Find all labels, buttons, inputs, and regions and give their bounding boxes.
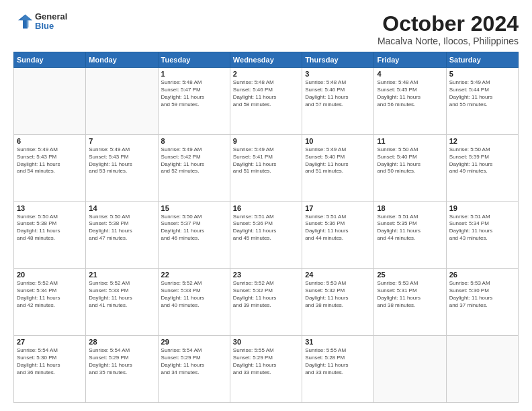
header-sunday: Sunday: [14, 52, 86, 68]
day-number: 30: [233, 338, 299, 346]
day-number: 8: [161, 137, 227, 145]
day-number: 29: [161, 338, 227, 346]
day-info: Sunrise: 5:54 AM Sunset: 5:29 PM Dayligh…: [161, 347, 227, 376]
day-number: 24: [305, 271, 371, 279]
day-number: 16: [233, 204, 299, 212]
day-number: 17: [305, 204, 371, 212]
calendar-cell: 7Sunrise: 5:49 AM Sunset: 5:43 PM Daylig…: [86, 134, 158, 201]
logo-text: General Blue: [35, 12, 67, 32]
header: General Blue October 2024 Macalva Norte,…: [13, 12, 519, 46]
calendar-cell: 30Sunrise: 5:55 AM Sunset: 5:29 PM Dayli…: [230, 336, 302, 403]
logo-blue-label: Blue: [35, 21, 67, 31]
day-info: Sunrise: 5:52 AM Sunset: 5:34 PM Dayligh…: [17, 280, 83, 309]
title-location: Macalva Norte, Ilocos, Philippines: [378, 36, 519, 46]
header-tuesday: Tuesday: [158, 52, 230, 68]
day-info: Sunrise: 5:48 AM Sunset: 5:46 PM Dayligh…: [233, 79, 299, 108]
svg-marker-1: [21, 15, 33, 28]
logo-general-label: General: [35, 12, 67, 21]
day-number: 26: [449, 271, 515, 279]
day-info: Sunrise: 5:55 AM Sunset: 5:29 PM Dayligh…: [233, 347, 299, 376]
calendar-cell: 9Sunrise: 5:49 AM Sunset: 5:41 PM Daylig…: [230, 134, 302, 201]
day-number: 5: [449, 70, 515, 78]
day-info: Sunrise: 5:50 AM Sunset: 5:38 PM Dayligh…: [17, 214, 83, 242]
calendar-cell: 23Sunrise: 5:52 AM Sunset: 5:32 PM Dayli…: [230, 269, 302, 336]
calendar-cell: 21Sunrise: 5:52 AM Sunset: 5:33 PM Dayli…: [86, 269, 158, 336]
calendar-cell: 12Sunrise: 5:50 AM Sunset: 5:39 PM Dayli…: [446, 134, 518, 201]
day-number: 20: [17, 271, 83, 279]
calendar-cell: 22Sunrise: 5:52 AM Sunset: 5:33 PM Dayli…: [158, 269, 230, 336]
day-number: 28: [89, 338, 154, 346]
day-number: 23: [233, 271, 299, 279]
calendar-cell: 18Sunrise: 5:51 AM Sunset: 5:35 PM Dayli…: [374, 201, 446, 269]
title-month: October 2024: [378, 12, 519, 36]
day-info: Sunrise: 5:48 AM Sunset: 5:47 PM Dayligh…: [161, 79, 227, 108]
calendar-cell: 29Sunrise: 5:54 AM Sunset: 5:29 PM Dayli…: [158, 336, 230, 403]
day-info: Sunrise: 5:52 AM Sunset: 5:33 PM Dayligh…: [89, 280, 154, 309]
calendar-cell: 10Sunrise: 5:49 AM Sunset: 5:40 PM Dayli…: [302, 134, 374, 201]
day-info: Sunrise: 5:49 AM Sunset: 5:43 PM Dayligh…: [17, 146, 83, 175]
day-number: 6: [17, 137, 83, 145]
day-number: 12: [449, 137, 515, 145]
logo: General Blue: [13, 12, 67, 32]
calendar-cell: 26Sunrise: 5:53 AM Sunset: 5:30 PM Dayli…: [446, 269, 518, 336]
calendar-cell: 19Sunrise: 5:51 AM Sunset: 5:34 PM Dayli…: [446, 201, 518, 269]
day-number: 22: [161, 271, 227, 279]
day-info: Sunrise: 5:51 AM Sunset: 5:34 PM Dayligh…: [449, 214, 515, 242]
day-info: Sunrise: 5:54 AM Sunset: 5:29 PM Dayligh…: [89, 347, 154, 376]
calendar-cell: 8Sunrise: 5:49 AM Sunset: 5:42 PM Daylig…: [158, 134, 230, 201]
calendar-cell: [446, 336, 518, 403]
calendar-week-1: 6Sunrise: 5:49 AM Sunset: 5:43 PM Daylig…: [14, 134, 519, 201]
day-info: Sunrise: 5:52 AM Sunset: 5:33 PM Dayligh…: [161, 280, 227, 309]
day-info: Sunrise: 5:53 AM Sunset: 5:32 PM Dayligh…: [305, 280, 371, 309]
header-thursday: Thursday: [302, 52, 374, 68]
calendar-week-3: 20Sunrise: 5:52 AM Sunset: 5:34 PM Dayli…: [14, 269, 519, 336]
day-number: 3: [305, 70, 371, 78]
day-number: 27: [17, 338, 83, 346]
header-wednesday: Wednesday: [230, 52, 302, 68]
day-info: Sunrise: 5:48 AM Sunset: 5:46 PM Dayligh…: [305, 79, 371, 108]
header-friday: Friday: [374, 52, 446, 68]
calendar-cell: 11Sunrise: 5:50 AM Sunset: 5:40 PM Dayli…: [374, 134, 446, 201]
day-info: Sunrise: 5:49 AM Sunset: 5:43 PM Dayligh…: [89, 146, 154, 175]
day-number: 25: [377, 271, 443, 279]
calendar-week-0: 1Sunrise: 5:48 AM Sunset: 5:47 PM Daylig…: [14, 68, 519, 135]
day-number: 11: [377, 137, 443, 145]
day-number: 2: [233, 70, 299, 78]
day-info: Sunrise: 5:53 AM Sunset: 5:31 PM Dayligh…: [377, 280, 443, 309]
calendar-cell: 1Sunrise: 5:48 AM Sunset: 5:47 PM Daylig…: [158, 68, 230, 135]
title-block: October 2024 Macalva Norte, Ilocos, Phil…: [378, 12, 519, 46]
day-number: 31: [305, 338, 371, 346]
day-info: Sunrise: 5:51 AM Sunset: 5:35 PM Dayligh…: [377, 214, 443, 242]
day-number: 15: [161, 204, 227, 212]
calendar-cell: 20Sunrise: 5:52 AM Sunset: 5:34 PM Dayli…: [14, 269, 86, 336]
calendar-cell: 25Sunrise: 5:53 AM Sunset: 5:31 PM Dayli…: [374, 269, 446, 336]
logo-icon: [13, 12, 32, 31]
calendar-cell: 3Sunrise: 5:48 AM Sunset: 5:46 PM Daylig…: [302, 68, 374, 135]
calendar-cell: 4Sunrise: 5:48 AM Sunset: 5:45 PM Daylig…: [374, 68, 446, 135]
calendar-week-2: 13Sunrise: 5:50 AM Sunset: 5:38 PM Dayli…: [14, 201, 519, 269]
day-number: 9: [233, 137, 299, 145]
calendar-cell: [86, 68, 158, 135]
day-info: Sunrise: 5:50 AM Sunset: 5:37 PM Dayligh…: [161, 214, 227, 242]
calendar-header-row: Sunday Monday Tuesday Wednesday Thursday…: [14, 52, 519, 68]
day-info: Sunrise: 5:54 AM Sunset: 5:30 PM Dayligh…: [17, 347, 83, 376]
page: General Blue October 2024 Macalva Norte,…: [0, 0, 532, 411]
day-number: 21: [89, 271, 154, 279]
calendar-cell: 15Sunrise: 5:50 AM Sunset: 5:37 PM Dayli…: [158, 201, 230, 269]
calendar-cell: 28Sunrise: 5:54 AM Sunset: 5:29 PM Dayli…: [86, 336, 158, 403]
day-info: Sunrise: 5:50 AM Sunset: 5:39 PM Dayligh…: [449, 146, 515, 175]
day-number: 19: [449, 204, 515, 212]
day-number: 1: [161, 70, 227, 78]
day-info: Sunrise: 5:49 AM Sunset: 5:42 PM Dayligh…: [161, 146, 227, 175]
header-monday: Monday: [86, 52, 158, 68]
calendar-table: Sunday Monday Tuesday Wednesday Thursday…: [13, 52, 519, 403]
calendar-cell: [14, 68, 86, 135]
day-info: Sunrise: 5:51 AM Sunset: 5:36 PM Dayligh…: [305, 214, 371, 242]
day-number: 4: [377, 70, 443, 78]
day-info: Sunrise: 5:53 AM Sunset: 5:30 PM Dayligh…: [449, 280, 515, 309]
header-saturday: Saturday: [446, 52, 518, 68]
day-info: Sunrise: 5:49 AM Sunset: 5:40 PM Dayligh…: [305, 146, 371, 175]
day-info: Sunrise: 5:49 AM Sunset: 5:44 PM Dayligh…: [449, 79, 515, 108]
day-info: Sunrise: 5:52 AM Sunset: 5:32 PM Dayligh…: [233, 280, 299, 309]
day-info: Sunrise: 5:51 AM Sunset: 5:36 PM Dayligh…: [233, 214, 299, 242]
